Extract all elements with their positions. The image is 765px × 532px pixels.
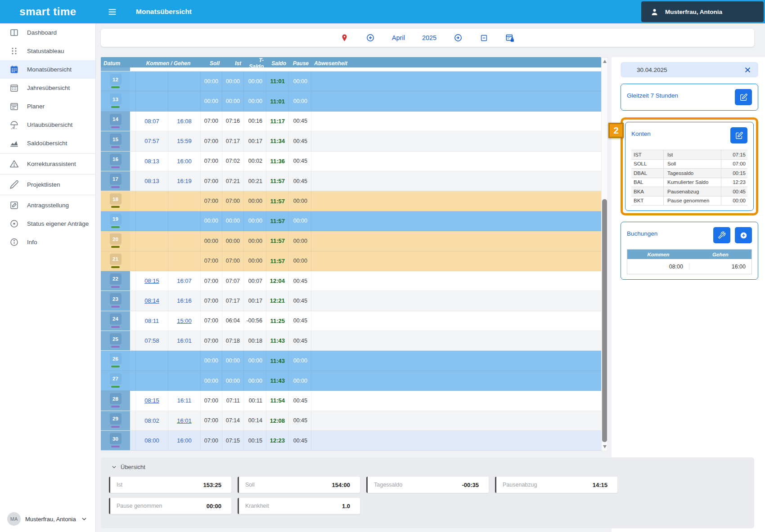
timesheet-row-23[interactable]: 2308:1416:1607:0007:1700:1712:2100:45 bbox=[101, 291, 601, 311]
timesheet-row-18[interactable]: 1807:0007:0000:0011:5700:00 bbox=[101, 191, 601, 211]
timesheet-row-17[interactable]: 1708:1316:1907:0007:2100:2111:5700:45 bbox=[101, 171, 601, 191]
soll-cell: 07:00 bbox=[201, 171, 222, 191]
user-menu[interactable]: Musterfrau, Antonia bbox=[641, 1, 764, 22]
gehen-time[interactable]: 16:01 bbox=[177, 337, 192, 344]
stat-label: Soll bbox=[245, 482, 255, 488]
day-badge: 28 bbox=[110, 393, 122, 404]
sidebar-item-projektlisten[interactable]: Projektlisten bbox=[0, 175, 95, 194]
kommen-time[interactable]: 08:14 bbox=[144, 297, 159, 304]
gehen-time[interactable]: 16:00 bbox=[177, 158, 192, 165]
collapse-box-icon[interactable] bbox=[480, 34, 488, 42]
kommen-time[interactable]: 08:07 bbox=[144, 118, 159, 125]
edit-konten-button[interactable] bbox=[730, 127, 747, 143]
kommen-cell: 07:57 bbox=[136, 131, 168, 151]
kommen-time[interactable]: 08:13 bbox=[144, 178, 159, 184]
sidebar-item-jahresuebersicht[interactable]: Jahresübersicht bbox=[0, 79, 95, 97]
gehen-time[interactable]: 16:00 bbox=[177, 437, 192, 444]
buchungen-tools-button[interactable] bbox=[713, 227, 730, 243]
hamburger-menu-icon[interactable] bbox=[108, 7, 117, 17]
kommen-time[interactable]: 08:00 bbox=[144, 437, 159, 444]
tsaldo-cell: 00:11 bbox=[244, 391, 266, 410]
kommen-time[interactable]: 07:57 bbox=[144, 138, 159, 144]
sidebar-item-planer[interactable]: Planer bbox=[0, 97, 95, 116]
timesheet-row-13[interactable]: 1300:0000:0000:0011:0100:00 bbox=[101, 91, 601, 111]
kommen-cell: 08:15 bbox=[136, 391, 168, 410]
sidebar-item-status-eigener-antraege[interactable]: Status eigener Anträge bbox=[0, 215, 95, 233]
scrollbar-thumb[interactable] bbox=[602, 199, 607, 442]
kommen-time[interactable]: 08:02 bbox=[144, 417, 159, 424]
absence-cell bbox=[311, 91, 601, 111]
year-select[interactable]: 2025 bbox=[422, 34, 436, 41]
scroll-down-icon[interactable] bbox=[603, 445, 607, 448]
stat-card: Pause genommen00:00 bbox=[109, 498, 231, 514]
gehen-time[interactable]: 16:07 bbox=[177, 277, 192, 284]
previous-month-icon[interactable] bbox=[366, 33, 375, 42]
pause-cell: 00:00 bbox=[289, 231, 311, 250]
kommen-time[interactable]: 07:58 bbox=[144, 337, 159, 344]
sidebar-item-monatsuebersicht[interactable]: Monatsübersicht bbox=[0, 60, 95, 79]
sidebar-item-korrekturassistent[interactable]: Korrekturassistent bbox=[0, 155, 95, 173]
timesheet-row-25[interactable]: 2507:5816:0107:0007:1800:1811:4300:45 bbox=[101, 331, 601, 351]
gehen-time[interactable]: 16:16 bbox=[177, 297, 192, 304]
stat-card: Tagessaldo-00:35 bbox=[366, 477, 489, 493]
day-badge: 14 bbox=[110, 114, 122, 125]
timesheet-row-29[interactable]: 2908:0216:0107:0007:1400:1412:0800:45 bbox=[101, 411, 601, 431]
timesheet-row-15[interactable]: 1507:5715:5907:0007:1700:1711:3400:45 bbox=[101, 131, 601, 151]
timesheet-row-22[interactable]: 2208:1516:0707:0007:0700:0712:0400:45 bbox=[101, 271, 601, 291]
timesheet-row-16[interactable]: 1608:1316:0007:0007:0200:0211:3600:45 bbox=[101, 152, 601, 171]
table-scrollbar[interactable] bbox=[601, 57, 608, 451]
location-pin-icon[interactable] bbox=[340, 34, 349, 42]
gehen-time[interactable]: 15:59 bbox=[177, 138, 192, 144]
sidebar-item-label: Status eigener Anträge bbox=[27, 220, 89, 227]
timesheet-row-27[interactable]: 2700:0000:0000:0011:4300:00 bbox=[101, 371, 601, 391]
next-month-icon[interactable] bbox=[454, 33, 463, 42]
pause-cell: 00:00 bbox=[289, 72, 311, 91]
timesheet-row-14[interactable]: 1408:0716:0807:0007:1600:1611:1700:45 bbox=[101, 112, 601, 131]
soll-cell: 07:00 bbox=[201, 271, 222, 291]
sidebar-item-urlaubsuebersicht[interactable]: Urlaubsübersicht bbox=[0, 116, 95, 134]
ist-cell: 00:00 bbox=[222, 231, 244, 250]
timesheet-row-21[interactable]: 2107:0007:0000:0011:5700:00 bbox=[101, 251, 601, 271]
timesheet-row-30[interactable]: 3008:0016:0007:0007:1500:1512:2300:45 bbox=[101, 431, 601, 451]
kommen-time[interactable]: 08:13 bbox=[144, 158, 159, 165]
saldo-cell: 11:01 bbox=[266, 91, 289, 111]
konto-code: IST bbox=[631, 150, 664, 159]
gehen-time[interactable]: 15:00 bbox=[177, 317, 192, 324]
timesheet-row-20[interactable]: 2000:0000:0000:0011:5700:00 bbox=[101, 231, 601, 251]
month-select[interactable]: April bbox=[392, 34, 405, 41]
gehen-time[interactable]: 16:01 bbox=[177, 417, 192, 424]
timesheet-row-26[interactable]: 2600:0000:0000:0011:4300:00 bbox=[101, 351, 601, 371]
kommen-time[interactable]: 08:11 bbox=[145, 317, 159, 324]
add-buchung-button[interactable] bbox=[735, 227, 752, 243]
tsaldo-cell: 00:00 bbox=[244, 211, 266, 231]
sidebar-item-statustableau[interactable]: Statustableau bbox=[0, 42, 95, 60]
sidebar-item-antragsstellung[interactable]: Antragsstellung bbox=[0, 196, 95, 215]
overview-toggle[interactable]: Übersicht bbox=[111, 464, 746, 470]
buchung-row[interactable]: 08:0016:00 bbox=[627, 259, 752, 274]
pause-cell: 00:45 bbox=[289, 112, 311, 131]
timesheet-row-24[interactable]: 2408:1115:0007:0006:04-00:5611:2500:45 bbox=[101, 311, 601, 331]
tsaldo-cell: 00:02 bbox=[244, 152, 266, 171]
gehen-time[interactable]: 16:08 bbox=[177, 118, 192, 125]
scroll-up-icon[interactable] bbox=[603, 60, 607, 63]
sidebar-user-switcher[interactable]: MA Musterfrau, Antonia bbox=[7, 512, 88, 526]
sidebar-item-info[interactable]: Info bbox=[0, 233, 95, 251]
stat-card: Ist153:25 bbox=[109, 477, 231, 493]
kommen-time[interactable]: 08:15 bbox=[144, 277, 159, 284]
sidebar-item-dashboard[interactable]: Dashboard bbox=[0, 23, 95, 42]
close-icon[interactable] bbox=[744, 66, 752, 74]
timesheet-row-12[interactable]: 1200:0000:0000:0011:0100:00 bbox=[101, 72, 601, 91]
konto-value: 07:00 bbox=[721, 161, 747, 166]
edit-gleitzeit-button[interactable] bbox=[735, 89, 752, 105]
gehen-time[interactable]: 16:19 bbox=[177, 178, 192, 184]
calendar-lock-icon[interactable] bbox=[505, 33, 515, 43]
absence-cell bbox=[311, 251, 601, 271]
timesheet-row-28[interactable]: 2808:1516:1107:0007:1100:1111:5400:45 bbox=[101, 391, 601, 411]
gehen-time[interactable]: 16:11 bbox=[177, 397, 192, 404]
sidebar-item-saldouebersicht[interactable]: Saldoübersicht bbox=[0, 134, 95, 152]
kommen-cell: 08:07 bbox=[136, 112, 168, 131]
kommen-time[interactable]: 08:15 bbox=[144, 397, 159, 404]
timesheet-row-19[interactable]: 1900:0000:0000:0011:5700:00 bbox=[101, 211, 601, 231]
ist-cell: 07:17 bbox=[222, 131, 244, 151]
date-cell: 19 bbox=[101, 211, 130, 231]
